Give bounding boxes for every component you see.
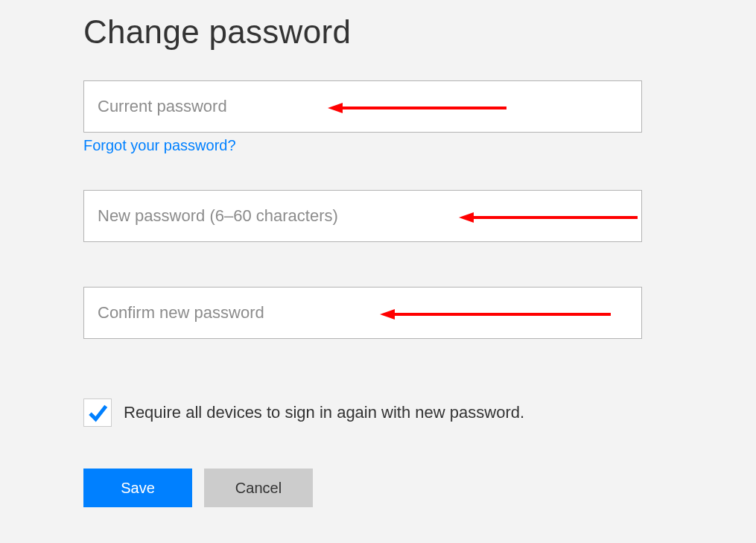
new-password-block	[83, 190, 673, 242]
checkmark-icon	[86, 401, 109, 424]
page-title: Change password	[83, 13, 673, 51]
current-password-block	[83, 80, 673, 133]
new-password-input[interactable]	[83, 190, 642, 242]
cancel-button[interactable]: Cancel	[204, 469, 313, 507]
button-row: Save Cancel	[83, 469, 673, 507]
require-signin-label: Require all devices to sign in again wit…	[124, 403, 524, 422]
forgot-password-link[interactable]: Forgot your password?	[83, 137, 236, 154]
save-button[interactable]: Save	[83, 469, 192, 507]
confirm-password-input[interactable]	[83, 287, 642, 339]
confirm-password-block	[83, 287, 673, 339]
current-password-input[interactable]	[83, 80, 642, 133]
require-signin-checkbox[interactable]	[83, 398, 112, 427]
require-signin-row: Require all devices to sign in again wit…	[83, 398, 673, 427]
